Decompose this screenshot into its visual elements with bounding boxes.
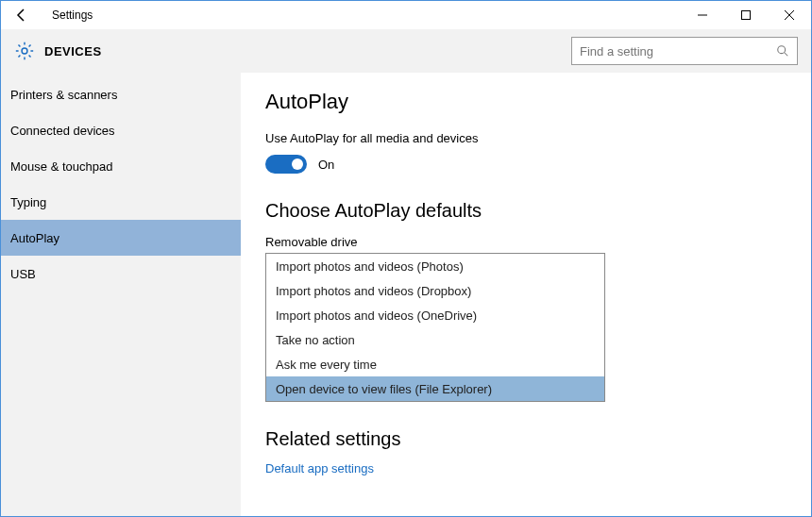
page-title: AutoPlay (265, 90, 811, 114)
sidebar-item-connected-devices[interactable]: Connected devices (1, 112, 241, 148)
svg-rect-1 (742, 11, 751, 20)
dropdown-option[interactable]: Import photos and videos (Dropbox) (266, 278, 604, 303)
titlebar: Settings (1, 1, 811, 29)
window-controls (681, 1, 811, 29)
sidebar-item-label: Typing (10, 195, 46, 209)
search-box[interactable] (571, 37, 798, 65)
sidebar-item-label: Connected devices (10, 124, 115, 138)
sidebar-item-mouse-touchpad[interactable]: Mouse & touchpad (1, 148, 241, 184)
window-title: Settings (52, 8, 93, 22)
gear-icon (14, 41, 35, 61)
toggle-knob (292, 158, 303, 170)
sidebar-item-label: AutoPlay (10, 231, 59, 245)
minimize-button[interactable] (681, 1, 724, 29)
dropdown-option[interactable]: Take no action (266, 327, 604, 352)
back-button[interactable] (8, 2, 35, 28)
dropdown-option[interactable]: Open device to view files (File Explorer… (266, 376, 604, 401)
maximize-button[interactable] (724, 1, 768, 29)
close-button[interactable] (768, 1, 811, 29)
content: AutoPlay Use AutoPlay for all media and … (241, 73, 811, 516)
sidebar-item-usb[interactable]: USB (1, 256, 241, 292)
dropdown-option[interactable]: Ask me every time (266, 352, 604, 376)
sidebar-item-label: Mouse & touchpad (10, 159, 112, 174)
dropdown-option[interactable]: Import photos and videos (Photos) (266, 254, 604, 278)
default-app-settings-link[interactable]: Default app settings (265, 461, 811, 475)
removable-drive-label: Removable drive (265, 235, 811, 249)
dropdown-option[interactable]: Import photos and videos (OneDrive) (266, 303, 604, 327)
svg-line-6 (785, 53, 788, 57)
removable-drive-dropdown[interactable]: Import photos and videos (Photos) Import… (265, 253, 605, 402)
sidebar-item-typing[interactable]: Typing (1, 184, 241, 220)
related-heading: Related settings (265, 428, 811, 450)
header: DEVICES (1, 29, 811, 73)
section-title: DEVICES (44, 44, 102, 58)
sidebar: Printers & scanners Connected devices Mo… (1, 73, 241, 516)
search-input[interactable] (580, 44, 776, 58)
svg-point-4 (22, 48, 27, 54)
sidebar-item-autoplay[interactable]: AutoPlay (1, 220, 241, 256)
toggle-label: Use AutoPlay for all media and devices (265, 131, 811, 145)
sidebar-item-label: USB (10, 267, 36, 281)
autoplay-toggle[interactable] (265, 155, 307, 174)
toggle-state: On (318, 158, 334, 172)
svg-point-5 (778, 46, 786, 54)
search-icon (776, 44, 789, 58)
sidebar-item-printers-scanners[interactable]: Printers & scanners (1, 76, 241, 112)
defaults-heading: Choose AutoPlay defaults (265, 200, 811, 222)
sidebar-item-label: Printers & scanners (10, 88, 117, 102)
